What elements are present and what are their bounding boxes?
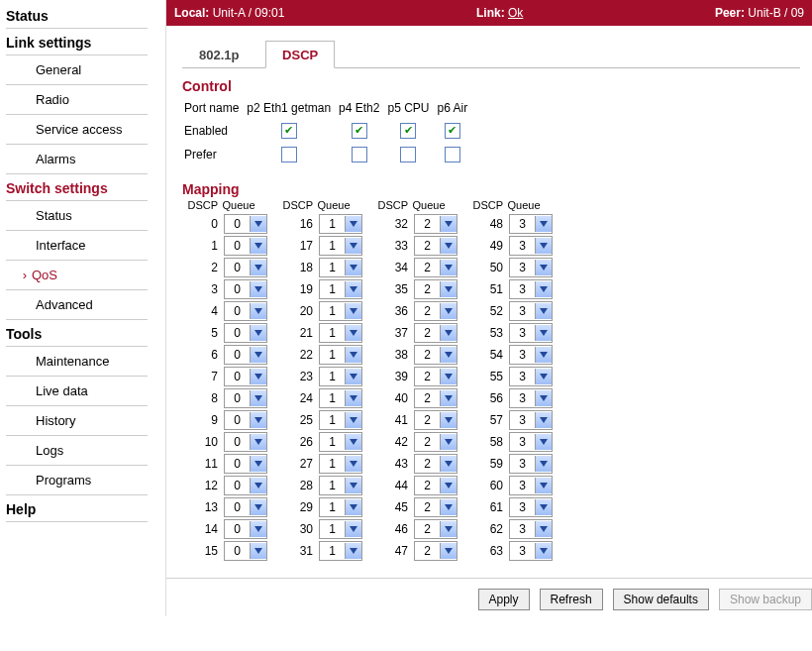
queue-select-53[interactable]: 3	[509, 323, 553, 343]
queue-select-4[interactable]: 0	[224, 301, 267, 321]
queue-select-1[interactable]: 0	[224, 236, 267, 256]
queue-select-8[interactable]: 0	[224, 388, 267, 408]
queue-select-27[interactable]: 1	[319, 454, 362, 474]
show-backup-button[interactable]: Show backup	[719, 589, 812, 610]
queue-select-60[interactable]: 3	[509, 476, 553, 495]
queue-select-7[interactable]: 0	[224, 367, 267, 386]
queue-select-43[interactable]: 2	[414, 454, 457, 474]
queue-select-30[interactable]: 1	[319, 519, 362, 539]
apply-button[interactable]: Apply	[478, 589, 530, 610]
queue-select-2[interactable]: 0	[224, 258, 267, 277]
sb-head-switch[interactable]: Switch settings	[6, 176, 165, 198]
enabled-checkbox-0[interactable]	[281, 123, 297, 139]
queue-select-41[interactable]: 2	[414, 410, 457, 430]
queue-select-23[interactable]: 1	[319, 367, 362, 386]
sidebar-item-general[interactable]: General	[6, 57, 165, 82]
queue-select-52[interactable]: 3	[509, 301, 553, 321]
queue-select-36[interactable]: 2	[414, 301, 457, 321]
queue-select-0[interactable]: 0	[224, 214, 267, 234]
sidebar-item-alarms[interactable]: Alarms	[6, 147, 165, 171]
queue-select-51[interactable]: 3	[509, 279, 553, 299]
queue-select-38[interactable]: 2	[414, 345, 457, 365]
queue-select-34[interactable]: 2	[414, 258, 457, 277]
sidebar-item-advanced[interactable]: Advanced	[6, 292, 165, 317]
queue-select-32[interactable]: 2	[414, 214, 457, 234]
queue-select-31[interactable]: 1	[319, 541, 362, 561]
queue-select-50[interactable]: 3	[509, 258, 553, 277]
queue-select-28[interactable]: 1	[319, 476, 362, 495]
queue-select-24[interactable]: 1	[319, 388, 362, 408]
queue-select-26[interactable]: 1	[319, 432, 362, 452]
sidebar-item-history[interactable]: History	[6, 408, 165, 433]
sidebar-item-radio[interactable]: Radio	[6, 87, 165, 112]
queue-select-13[interactable]: 0	[224, 497, 267, 517]
prefer-checkbox-3[interactable]	[445, 147, 460, 163]
queue-select-16[interactable]: 1	[319, 214, 362, 234]
enabled-checkbox-3[interactable]	[445, 123, 460, 139]
queue-select-10[interactable]: 0	[224, 432, 267, 452]
sb-head-link[interactable]: Link settings	[6, 31, 165, 53]
enabled-checkbox-1[interactable]	[352, 123, 367, 139]
queue-select-33[interactable]: 2	[414, 236, 457, 256]
queue-select-21[interactable]: 1	[319, 323, 362, 343]
queue-select-18[interactable]: 1	[319, 258, 362, 277]
queue-select-35[interactable]: 2	[414, 279, 457, 299]
queue-select-14[interactable]: 0	[224, 519, 267, 539]
queue-select-29[interactable]: 1	[319, 497, 362, 517]
topbar-link[interactable]: Link: Ok	[476, 6, 523, 20]
queue-select-20[interactable]: 1	[319, 301, 362, 321]
queue-select-46[interactable]: 2	[414, 519, 457, 539]
queue-select-37[interactable]: 2	[414, 323, 457, 343]
sidebar-item-logs[interactable]: Logs	[6, 438, 165, 463]
queue-select-44[interactable]: 2	[414, 476, 457, 495]
queue-select-57[interactable]: 3	[509, 410, 553, 430]
queue-select-11[interactable]: 0	[224, 454, 267, 474]
sidebar-item-live-data[interactable]: Live data	[6, 379, 165, 403]
queue-select-5[interactable]: 0	[224, 323, 267, 343]
queue-select-39[interactable]: 2	[414, 367, 457, 386]
dscp-label-52: 52	[467, 304, 509, 318]
queue-select-9[interactable]: 0	[224, 410, 267, 430]
sidebar-item-interface[interactable]: Interface	[6, 233, 165, 258]
sb-head-help[interactable]: Help	[6, 497, 165, 519]
prefer-checkbox-1[interactable]	[352, 147, 367, 163]
show-defaults-button[interactable]: Show defaults	[613, 589, 709, 610]
sidebar-item-qos[interactable]: ›QoS	[6, 263, 165, 287]
queue-select-42[interactable]: 2	[414, 432, 457, 452]
refresh-button[interactable]: Refresh	[540, 589, 603, 610]
queue-select-59[interactable]: 3	[509, 454, 553, 474]
queue-select-15[interactable]: 0	[224, 541, 267, 561]
queue-select-55[interactable]: 3	[509, 367, 553, 386]
sidebar-item-service-access[interactable]: Service access	[6, 117, 165, 142]
queue-select-12[interactable]: 0	[224, 476, 267, 495]
queue-select-3[interactable]: 0	[224, 279, 267, 299]
queue-select-58[interactable]: 3	[509, 432, 553, 452]
queue-select-56[interactable]: 3	[509, 388, 553, 408]
queue-select-19[interactable]: 1	[319, 279, 362, 299]
queue-select-40[interactable]: 2	[414, 388, 457, 408]
prefer-checkbox-0[interactable]	[281, 147, 297, 163]
tab-8021p[interactable]: 802.1p	[182, 41, 255, 68]
queue-select-47[interactable]: 2	[414, 541, 457, 561]
sidebar-item-status[interactable]: Status	[6, 203, 165, 228]
chevron-down-icon	[535, 325, 552, 341]
tab-dscp[interactable]: DSCP	[265, 41, 335, 68]
sidebar-item-programs[interactable]: Programs	[6, 468, 165, 492]
prefer-checkbox-2[interactable]	[400, 147, 416, 163]
queue-select-61[interactable]: 3	[509, 497, 553, 517]
dscp-label-35: 35	[372, 282, 414, 296]
queue-select-45[interactable]: 2	[414, 497, 457, 517]
sb-head-status[interactable]: Status	[6, 4, 165, 26]
queue-select-22[interactable]: 1	[319, 345, 362, 365]
queue-select-63[interactable]: 3	[509, 541, 553, 561]
queue-select-62[interactable]: 3	[509, 519, 553, 539]
queue-select-17[interactable]: 1	[319, 236, 362, 256]
queue-select-25[interactable]: 1	[319, 410, 362, 430]
queue-select-48[interactable]: 3	[509, 214, 553, 234]
queue-select-49[interactable]: 3	[509, 236, 553, 256]
queue-select-54[interactable]: 3	[509, 345, 553, 365]
queue-select-6[interactable]: 0	[224, 345, 267, 365]
enabled-checkbox-2[interactable]	[400, 123, 416, 139]
sb-head-tools[interactable]: Tools	[6, 322, 165, 344]
sidebar-item-maintenance[interactable]: Maintenance	[6, 349, 165, 374]
